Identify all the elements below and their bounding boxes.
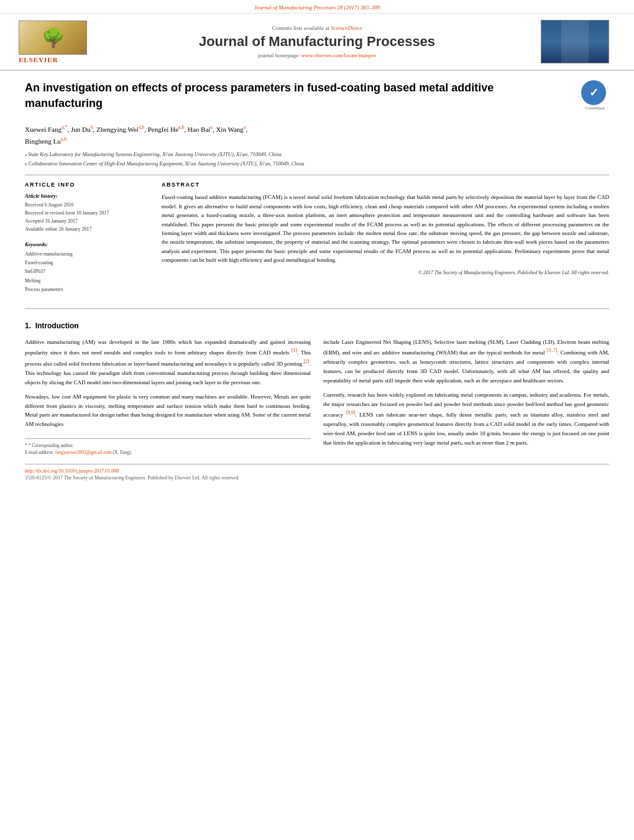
introduction-section: 1. Introduction Additive manufacturing (… bbox=[25, 321, 609, 457]
kw-fused: Fused-coating bbox=[25, 259, 149, 267]
intro-p1: Additive manufacturing (AM) was develope… bbox=[25, 338, 311, 387]
body-col-right: include Laser Engineered Net Shaping (LE… bbox=[323, 338, 609, 457]
author-wang: Xin Wang bbox=[216, 126, 243, 133]
available-date: Available online 26 January 2017 bbox=[25, 226, 149, 234]
divider-1 bbox=[25, 175, 609, 175]
info-abstract-columns: ARTICLE INFO Article history: Received 6… bbox=[25, 182, 609, 302]
kw-additive: Additive manufacturing bbox=[25, 250, 149, 259]
body-col-left: Additive manufacturing (AM) was develope… bbox=[25, 338, 311, 457]
footnote-section: * * Corresponding author. E-mail address… bbox=[25, 438, 311, 455]
affil-a-line: a State Key Laboratory for Manufacturing… bbox=[25, 150, 609, 159]
crossmark-icon: ✓ bbox=[581, 80, 606, 105]
elsevier-box-art: 🌳 bbox=[19, 21, 87, 55]
kw-process: Process parameters bbox=[25, 285, 149, 294]
author-he: Pengfei He bbox=[148, 126, 178, 133]
author-du: Jun Du bbox=[71, 126, 90, 133]
article-info-column: ARTICLE INFO Article history: Received 6… bbox=[25, 182, 149, 302]
issn-line: 1526-6125/© 2017 The Society of Manufact… bbox=[25, 475, 609, 481]
article-content: An investigation on effects of process p… bbox=[0, 71, 634, 490]
author-fang: Xuewei Fang bbox=[25, 126, 62, 133]
star-icon: * bbox=[25, 443, 27, 448]
email-line: E-mail address: fangxuewei3092@gm.ail.co… bbox=[25, 450, 311, 455]
divider-2 bbox=[25, 308, 609, 309]
ref-2[interactable]: [2] bbox=[303, 359, 309, 364]
article-history: Article history: Received 6 August 2016 … bbox=[25, 193, 149, 233]
affiliations: a State Key Laboratory for Manufacturing… bbox=[25, 150, 609, 168]
elsevier-label: ELSEVIER bbox=[19, 56, 93, 63]
elsevier-tree-icon: 🌳 bbox=[42, 27, 65, 48]
elsevier-logo-section: 🌳 ELSEVIER bbox=[19, 21, 93, 63]
article-title-section: An investigation on effects of process p… bbox=[25, 80, 609, 118]
received-date: Received 6 August 2016 bbox=[25, 201, 149, 210]
author-wei: Zhengying Wei bbox=[96, 126, 139, 133]
article-title: An investigation on effects of process p… bbox=[25, 80, 581, 111]
doi-link[interactable]: http://dx.doi.org/10.1016/j.jmapro.2017.… bbox=[25, 468, 119, 474]
email-label: E-mail address: bbox=[25, 450, 54, 455]
authors-line: Xuewei Fanga,*, Jun Dub, Zhengying Weia,… bbox=[25, 124, 609, 147]
crossmark-section: ✓ CrossMark bbox=[581, 80, 609, 108]
ref-8-9[interactable]: [8,9] bbox=[346, 410, 355, 415]
doi-line: http://dx.doi.org/10.1016/j.jmapro.2017.… bbox=[25, 468, 609, 474]
kw-sn: Sn63Pb37 bbox=[25, 267, 149, 276]
received-revised-date: Received in revised form 10 January 2017 bbox=[25, 210, 149, 218]
keywords-label: Keywords: bbox=[25, 241, 149, 247]
ref-1[interactable]: [1] bbox=[292, 348, 297, 353]
abstract-label: ABSTRACT bbox=[162, 182, 609, 188]
top-bar: Journal of Manufacturing Processes 28 (2… bbox=[0, 0, 634, 14]
accepted-date: Accepted 16 January 2017 bbox=[25, 218, 149, 226]
page-wrapper: Journal of Manufacturing Processes 28 (2… bbox=[0, 0, 634, 840]
contents-line: Contents lists available at ScienceDirec… bbox=[93, 25, 541, 31]
affil-b-text: Collaborative Innovation Center of High-… bbox=[29, 160, 305, 168]
affil-a-text: State Key Laboratory for Manufacturing S… bbox=[28, 150, 282, 159]
thumbnail-section bbox=[541, 20, 615, 63]
copyright-line: © 2017 The Society of Manufacturing Engi… bbox=[162, 270, 609, 275]
history-label: Article history: bbox=[25, 193, 149, 199]
email-link[interactable]: fangxuewei3092@gm.ail.com bbox=[55, 450, 112, 455]
corresponding-author-note: * * Corresponding author. bbox=[25, 443, 311, 448]
intro-right-p2: Currently, research has been widely expl… bbox=[323, 390, 609, 448]
article-info-label: ARTICLE INFO bbox=[25, 182, 149, 188]
journal-homepage: journal homepage: www.elsevier.com/locat… bbox=[93, 52, 541, 58]
body-columns: Additive manufacturing (AM) was develope… bbox=[25, 338, 609, 457]
affil-b-line: b Collaborative Innovation Center of Hig… bbox=[25, 160, 609, 168]
article-footer: http://dx.doi.org/10.1016/j.jmapro.2017.… bbox=[25, 464, 609, 481]
journal-title: Journal of Manufacturing Processes bbox=[93, 34, 541, 50]
journal-ref: Journal of Manufacturing Processes 28 (2… bbox=[254, 4, 380, 11]
section-title-text: Introduction bbox=[35, 321, 79, 330]
journal-info-center: Contents lists available at ScienceDirec… bbox=[93, 25, 541, 58]
intro-p2: Nowadays, low cost AM equipment for plas… bbox=[25, 392, 311, 429]
abstract-column: ABSTRACT Fused-coating based additive ma… bbox=[162, 182, 609, 302]
section-1-title: 1. Introduction bbox=[25, 321, 609, 330]
journal-thumbnail bbox=[541, 20, 609, 63]
journal-homepage-link[interactable]: www.elsevier.com/locate/manpro bbox=[301, 52, 376, 58]
intro-right-p1: include Laser Engineered Net Shaping (LE… bbox=[323, 338, 609, 385]
keywords-section: Keywords: Additive manufacturing Fused-c… bbox=[25, 241, 149, 295]
ref-3-7[interactable]: [3–7] bbox=[546, 348, 557, 353]
journal-header: 🌳 ELSEVIER Contents lists available at S… bbox=[0, 14, 634, 71]
email-name: (X. Fang). bbox=[113, 450, 132, 455]
thumbnail-inner bbox=[541, 21, 609, 63]
abstract-text: Fused-coating based additive manufacturi… bbox=[162, 193, 609, 264]
sciencedirect-link[interactable]: ScienceDirect bbox=[331, 25, 362, 31]
kw-melting: Melting bbox=[25, 277, 149, 285]
section-number: 1. bbox=[25, 321, 31, 330]
author-bai: Hao Bai bbox=[188, 126, 210, 133]
crossmark-label: CrossMark bbox=[581, 106, 609, 111]
author-lu: Bingheng Lu bbox=[25, 137, 61, 144]
